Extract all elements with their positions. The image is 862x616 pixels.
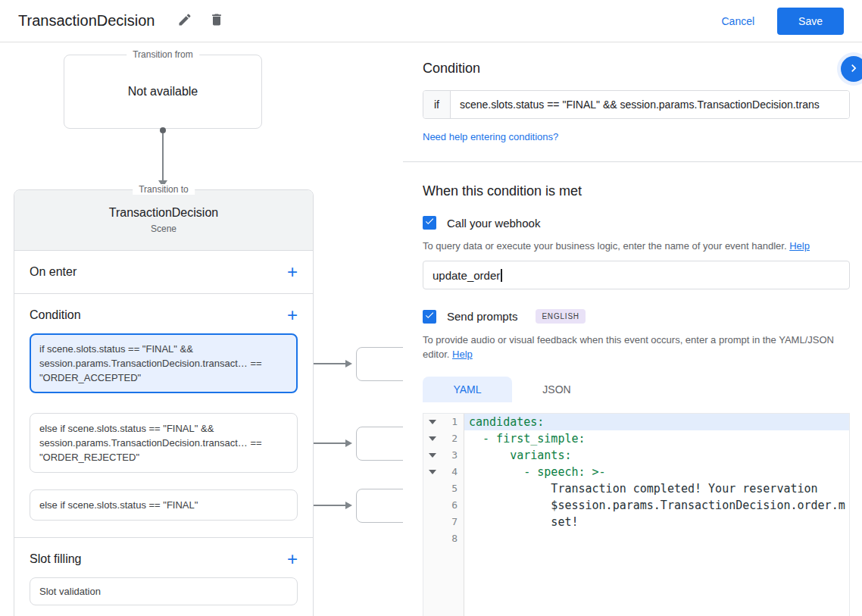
line-number: 6	[442, 497, 464, 514]
condition-editor-panel: Condition if Need help entering conditio…	[403, 42, 862, 616]
line-number: 5	[442, 480, 464, 497]
code-line: - speech: >-	[464, 464, 849, 480]
fold-icon[interactable]	[423, 464, 442, 480]
webhook-checkbox-label: Call your webhook	[447, 217, 540, 230]
code-empty	[464, 547, 849, 616]
slot-filling-section: Slot filling +	[14, 537, 313, 577]
plus-icon: +	[287, 549, 298, 569]
condition-expression-input[interactable]	[451, 91, 849, 118]
code-line-row[interactable]: 4 - speech: >-	[423, 464, 849, 480]
line-number: 2	[442, 430, 464, 447]
line-number: 3	[442, 447, 464, 464]
code-line: set!	[464, 514, 849, 530]
transition-to-box: Transition to TransactionDecision Scene …	[14, 189, 314, 616]
add-on-enter-button[interactable]: +	[287, 263, 298, 281]
transition-to-label: Transition to	[133, 184, 195, 195]
line-number: 1	[442, 414, 464, 430]
condition-section: Condition +	[14, 294, 313, 333]
fold-icon[interactable]	[423, 414, 442, 430]
slot-filling-label: Slot filling	[30, 552, 81, 566]
fold-icon[interactable]	[423, 430, 442, 447]
condition-card-final[interactable]: else if scene.slots.status == "FINAL"	[30, 489, 298, 521]
condition-card-rejected[interactable]: else if scene.slots.status == "FINAL" &&…	[30, 413, 298, 473]
code-line-row[interactable]: 8	[423, 530, 849, 547]
add-slot-button[interactable]: +	[287, 550, 298, 568]
webhook-name-value: update_order	[433, 269, 500, 282]
webhook-name-input[interactable]: update_order	[423, 261, 850, 289]
on-enter-section: On enter +	[14, 251, 313, 294]
check-icon	[424, 216, 435, 230]
webhook-helper-body: To query data or execute your business l…	[423, 240, 787, 252]
slot-validation-card[interactable]: Slot validation	[30, 577, 298, 605]
save-button[interactable]: Save	[777, 8, 844, 35]
trash-icon	[209, 12, 224, 30]
send-prompts-row: Send prompts ENGLISH	[423, 309, 850, 324]
code-line-row[interactable]: 2 - first_simple:	[423, 430, 849, 447]
gutter-spacer	[423, 497, 442, 514]
scene-name: TransactionDecision	[109, 206, 218, 220]
transition-from-label: Transition from	[126, 49, 199, 60]
check-icon	[424, 310, 435, 324]
transition-target-box[interactable]	[356, 347, 403, 381]
gutter-spacer	[423, 547, 442, 616]
editor-empty-area[interactable]	[423, 547, 849, 616]
code-line-row[interactable]: 3 variants:	[423, 447, 849, 464]
language-badge: ENGLISH	[536, 309, 586, 324]
fold-icon[interactable]	[423, 447, 442, 464]
editor-format-tabs: YAML JSON	[423, 377, 850, 402]
tab-json[interactable]: JSON	[512, 377, 601, 402]
code-line: variants:	[464, 447, 849, 464]
condition-expression-row: if	[423, 90, 850, 119]
prompts-helper-body: To provide audio or visual feedback when…	[423, 334, 834, 360]
code-line: Transaction completed! Your reservation	[464, 480, 849, 497]
code-line: $session.params.TransactionDecision.orde…	[464, 497, 849, 514]
webhook-checkbox[interactable]	[423, 216, 436, 230]
code-line-row[interactable]: 7 set!	[423, 514, 849, 530]
send-prompts-label: Send prompts	[447, 310, 517, 323]
plus-icon: +	[287, 305, 298, 325]
gutter-spacer	[423, 480, 442, 497]
panel-title: Condition	[423, 61, 850, 77]
transition-target-box[interactable]	[356, 427, 403, 461]
gutter-spacer	[423, 514, 442, 530]
webhook-helper-text: To query data or execute your business l…	[423, 239, 850, 253]
text-cursor	[501, 269, 502, 282]
collapse-panel-button[interactable]	[841, 56, 862, 82]
scene-card-header[interactable]: TransactionDecision Scene	[14, 190, 313, 251]
top-bar: TransactionDecision Cancel Save	[0, 0, 862, 42]
prompts-help-link[interactable]: Help	[452, 349, 473, 360]
tab-yaml[interactable]: YAML	[423, 377, 512, 402]
webhook-help-link[interactable]: Help	[789, 240, 810, 252]
code-line-row[interactable]: 1 candidates:	[423, 414, 849, 430]
delete-scene-button[interactable]	[205, 9, 229, 33]
code-line	[464, 530, 849, 547]
scene-diagram-canvas: Transition from Not available Transition…	[0, 42, 403, 616]
transition-from-box: Transition from Not available	[64, 55, 262, 129]
code-line: candidates:	[464, 414, 849, 430]
transition-from-value: Not available	[128, 85, 198, 98]
edit-title-button[interactable]	[173, 9, 197, 33]
when-condition-met-title: When this condition is met	[423, 183, 850, 199]
code-line-row[interactable]: 5 Transaction completed! Your reservatio…	[423, 480, 849, 497]
pencil-icon	[177, 12, 192, 30]
code-line: - first_simple:	[464, 430, 849, 447]
condition-card-accepted[interactable]: if scene.slots.status == "FINAL" && sess…	[30, 333, 298, 393]
scene-type: Scene	[151, 224, 176, 234]
call-webhook-row: Call your webhook	[423, 216, 850, 230]
send-prompts-checkbox[interactable]	[423, 310, 436, 324]
panel-divider	[403, 161, 862, 162]
yaml-editor[interactable]: 1 candidates: 2 - first_simple: 3 varian…	[423, 413, 850, 616]
transition-target-box[interactable]	[356, 489, 403, 523]
page-title: TransactionDecision	[18, 12, 155, 30]
line-number: 4	[442, 464, 464, 480]
plus-icon: +	[287, 261, 298, 282]
cancel-button[interactable]: Cancel	[721, 15, 754, 27]
code-line-row[interactable]: 6 $session.params.TransactionDecision.or…	[423, 497, 849, 514]
if-label: if	[423, 91, 451, 118]
line-number: 8	[442, 530, 464, 547]
on-enter-label: On enter	[30, 265, 77, 279]
chevron-right-icon	[846, 61, 861, 78]
add-condition-button[interactable]: +	[287, 306, 298, 324]
condition-section-label: Condition	[30, 308, 81, 322]
conditions-help-link[interactable]: Need help entering conditions?	[423, 131, 558, 142]
